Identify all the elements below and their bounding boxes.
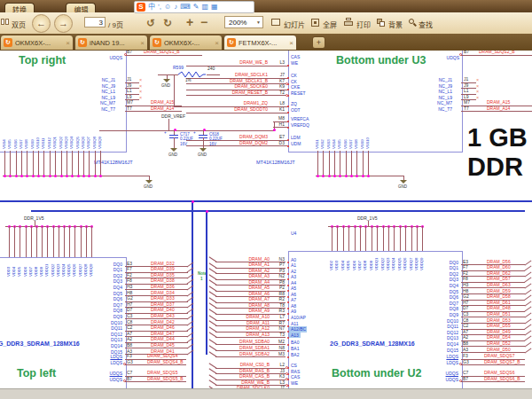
page-view-icon [5, 19, 9, 25]
h-bus-1 [0, 200, 532, 202]
pin-number: D3 [270, 141, 285, 146]
pin-wire [337, 226, 338, 251]
close-icon[interactable]: × [215, 39, 219, 47]
signal-label: DRAM_SDBA1 [213, 346, 270, 351]
forward-button[interactable]: → [54, 14, 73, 33]
pin-wire [317, 151, 318, 176]
vss-label: VSS11 [42, 133, 46, 149]
junction-dot [339, 175, 341, 177]
pin-number: M8 [270, 116, 285, 121]
fullscreen-button[interactable]: 全屏 [323, 20, 337, 29]
page-number-input[interactable]: 3 [84, 17, 106, 27]
pin-number: L3 [270, 60, 285, 66]
rotate-left-button[interactable]: ↺ [146, 18, 155, 28]
signal-wire [215, 337, 286, 338]
sogou-logo[interactable]: S [137, 3, 145, 12]
find-button[interactable]: 查找 [419, 20, 433, 29]
pin-wire [461, 364, 475, 365]
h-bus-2 [31, 210, 525, 212]
handwriting-icon[interactable]: ✎ [193, 3, 200, 12]
pin-wire [86, 226, 87, 257]
pin-wire [388, 226, 389, 251]
background-button[interactable]: 背景 [388, 20, 403, 29]
tab-inand[interactable]: ↻ iNAND 19... × [74, 35, 148, 51]
gnd-rail-left [3, 176, 149, 176]
emoji-icon[interactable]: ☺ [164, 3, 171, 12]
zoom-out-button[interactable]: − [200, 17, 207, 27]
horizontal-scrollbar[interactable] [0, 388, 532, 399]
vss-label: VSS5 [338, 133, 342, 149]
tab-fetmx6x-active[interactable]: ↻ FETMX6X-... × [223, 35, 297, 51]
chinese-mode-icon[interactable]: 中 [148, 3, 155, 12]
vss-label: VSS6 [344, 133, 348, 149]
vss-label: VSS4 [3, 133, 7, 149]
voice-input-icon[interactable]: ♪ [174, 3, 177, 12]
rotate-right-button[interactable]: ↻ [163, 18, 172, 28]
close-icon[interactable]: × [140, 39, 145, 47]
pin-wire [273, 113, 288, 113]
junction-dot [15, 175, 18, 177]
signal-label: DRAM_RESET_B [206, 90, 268, 96]
vss-label: VSSQ4 [70, 133, 74, 149]
pin-wire [411, 226, 412, 251]
pin-number: K1 [270, 107, 285, 113]
pin-wire [461, 381, 475, 382]
pin-wire [50, 151, 51, 176]
signal-label: DRAM_A12 [213, 326, 270, 332]
zoom-in-button[interactable]: + [186, 17, 193, 27]
pin-wire [20, 226, 20, 257]
pin-number: N7 [271, 326, 285, 332]
pin-wire [323, 151, 324, 176]
pin-number: R2 [271, 297, 285, 302]
soft-keyboard-icon[interactable]: ⌨ [180, 3, 191, 12]
new-tab-button[interactable]: + [312, 36, 325, 49]
two-page-view-button[interactable]: 双页 [12, 20, 26, 29]
junction-dot [322, 175, 325, 177]
pin-dot [287, 145, 289, 147]
inverted-bubble [286, 94, 288, 97]
junction-dot [362, 175, 364, 177]
close-icon[interactable]: × [66, 39, 70, 47]
pin-wire [31, 226, 32, 257]
resistor-refdes: R599 [173, 66, 184, 71]
back-button[interactable]: ← [32, 14, 51, 33]
signal-label: DRAM_A13 [213, 332, 270, 338]
pin-wire [91, 226, 92, 257]
toolbox-icon[interactable]: ▦ [211, 3, 218, 12]
document-canvas[interactable]: Top right Bottom under U3 Top left Botto… [0, 0, 532, 399]
pin-name: CKE [291, 85, 300, 90]
pin-wire [405, 226, 406, 251]
pin-dot [287, 337, 289, 339]
fullscreen-icon [311, 19, 319, 27]
junction-dot [32, 175, 35, 177]
pin-wire [83, 151, 84, 176]
pin-wire [348, 226, 349, 251]
pin-wire [26, 226, 27, 257]
junction-dot [333, 175, 336, 177]
junction-dot [350, 175, 353, 177]
pin-wire [66, 151, 67, 176]
page-total-label: / 9页 [108, 20, 123, 29]
signal-label: DRAM_A1 [213, 262, 270, 268]
signal-label: DRAM_SDQS7 [484, 354, 514, 359]
pin-dot [287, 112, 289, 113]
junction-dot [71, 175, 74, 177]
pin-wire [368, 151, 369, 176]
close-icon[interactable]: × [289, 39, 293, 47]
signal-label: DRAM_SDBA0 [213, 340, 270, 345]
zoom-level-select[interactable]: 200% ▼ [224, 16, 263, 28]
pin-name: VREFCA [291, 117, 309, 122]
junction-dot [273, 129, 276, 131]
pin-name: LDM [291, 136, 301, 141]
tab-okmx6x-1[interactable]: ↻ OKMX6X-... × [0, 35, 74, 51]
wire [207, 74, 220, 75]
pin-dot [287, 344, 289, 346]
punctuation-icon[interactable]: ’, [158, 3, 161, 12]
pin-wire [394, 226, 395, 251]
junction-dot [49, 175, 51, 177]
skin-icon[interactable]: ▥ [201, 3, 208, 12]
print-button[interactable]: 打印 [356, 20, 371, 29]
refdes-u4: U4 [291, 231, 296, 237]
tab-okmx6x-2[interactable]: ↻ OKMX6X-... × [149, 35, 223, 51]
slideshow-button[interactable]: 幻灯片 [284, 20, 305, 29]
